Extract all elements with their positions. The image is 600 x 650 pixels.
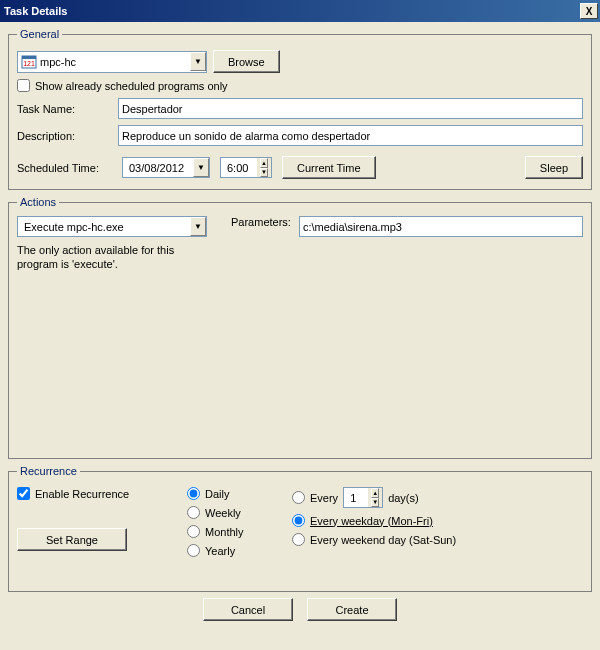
- parameters-input[interactable]: [299, 216, 583, 237]
- frequency-radio-group: Daily Weekly Monthly Yearly: [187, 485, 282, 563]
- time-spinner[interactable]: ▲ ▼: [257, 158, 271, 177]
- description-label: Description:: [17, 130, 112, 142]
- every-weekend-radio[interactable]: Every weekend day (Sat-Sun): [292, 533, 583, 546]
- freq-daily-radio[interactable]: Daily: [187, 487, 282, 500]
- every-label: Every: [310, 492, 338, 504]
- action-note: The only action available for this progr…: [17, 243, 197, 272]
- description-input[interactable]: [118, 125, 583, 146]
- scheduled-date-input[interactable]: 03/08/2012 ▼: [122, 157, 210, 178]
- chevron-down-icon[interactable]: ▼: [190, 52, 206, 71]
- program-select[interactable]: 121 mpc-hc ▼: [17, 51, 207, 73]
- close-button[interactable]: X: [580, 3, 598, 19]
- enable-recurrence-input[interactable]: [17, 487, 30, 500]
- days-label: day(s): [388, 492, 419, 504]
- browse-button[interactable]: Browse: [213, 50, 280, 73]
- dialog-buttons: Cancel Create: [8, 598, 592, 621]
- recurrence-group: Recurrence Enable Recurrence Set Range D…: [8, 465, 592, 592]
- program-select-value: mpc-hc: [40, 56, 190, 68]
- title-bar: Task Details X: [0, 0, 600, 22]
- chevron-down-icon[interactable]: ▼: [190, 217, 206, 236]
- set-range-button[interactable]: Set Range: [17, 528, 127, 551]
- scheduled-time-input[interactable]: 6:00 ▲ ▼: [220, 157, 272, 178]
- every-weekday-radio[interactable]: Every weekday (Mon-Fri): [292, 514, 583, 527]
- spinner-down-icon[interactable]: ▼: [371, 498, 379, 508]
- current-time-button[interactable]: Current Time: [282, 156, 376, 179]
- svg-rect-1: [22, 56, 36, 59]
- show-scheduled-input[interactable]: [17, 79, 30, 92]
- scheduled-time-value: 6:00: [224, 160, 257, 176]
- action-select[interactable]: Execute mpc-hc.exe ▼: [17, 216, 207, 237]
- enable-recurrence-checkbox[interactable]: Enable Recurrence: [17, 487, 177, 500]
- every-days-spinner[interactable]: ▲ ▼: [368, 488, 382, 507]
- chevron-down-icon[interactable]: ▼: [193, 158, 209, 177]
- scheduled-date-value: 03/08/2012: [126, 160, 193, 176]
- close-icon: X: [586, 6, 593, 17]
- freq-yearly-radio[interactable]: Yearly: [187, 544, 282, 557]
- freq-monthly-radio[interactable]: Monthly: [187, 525, 282, 538]
- sleep-button[interactable]: Sleep: [525, 156, 583, 179]
- svg-text:121: 121: [23, 60, 35, 67]
- every-weekday-label: Every weekday (Mon-Fri): [310, 515, 433, 527]
- task-name-input[interactable]: [118, 98, 583, 119]
- recurrence-legend: Recurrence: [17, 465, 80, 477]
- every-days-value: 1: [347, 490, 368, 506]
- actions-group: Actions Execute mpc-hc.exe ▼ The only ac…: [8, 196, 592, 459]
- window-title: Task Details: [4, 5, 67, 17]
- general-legend: General: [17, 28, 62, 40]
- actions-legend: Actions: [17, 196, 59, 208]
- every-n-days-radio[interactable]: Every 1 ▲ ▼ day(s): [292, 487, 583, 508]
- enable-recurrence-label: Enable Recurrence: [35, 488, 129, 500]
- show-scheduled-label: Show already scheduled programs only: [35, 80, 228, 92]
- every-days-input[interactable]: 1 ▲ ▼: [343, 487, 383, 508]
- parameters-label: Parameters:: [231, 216, 291, 228]
- calendar-icon: 121: [21, 54, 37, 70]
- spinner-down-icon[interactable]: ▼: [260, 168, 268, 178]
- action-select-value: Execute mpc-hc.exe: [21, 219, 190, 235]
- task-name-label: Task Name:: [17, 103, 112, 115]
- daily-pattern-radio-group: Every 1 ▲ ▼ day(s) Every weekday (Mon-Fr…: [292, 485, 583, 552]
- create-button[interactable]: Create: [307, 598, 397, 621]
- show-scheduled-checkbox[interactable]: Show already scheduled programs only: [17, 79, 228, 92]
- cancel-button[interactable]: Cancel: [203, 598, 293, 621]
- spinner-up-icon[interactable]: ▲: [260, 158, 268, 168]
- every-weekend-label: Every weekend day (Sat-Sun): [310, 534, 456, 546]
- freq-weekly-radio[interactable]: Weekly: [187, 506, 282, 519]
- general-group: General 121 mpc-hc ▼ Browse Show already…: [8, 28, 592, 190]
- spinner-up-icon[interactable]: ▲: [371, 488, 379, 498]
- scheduled-time-label: Scheduled Time:: [17, 162, 112, 174]
